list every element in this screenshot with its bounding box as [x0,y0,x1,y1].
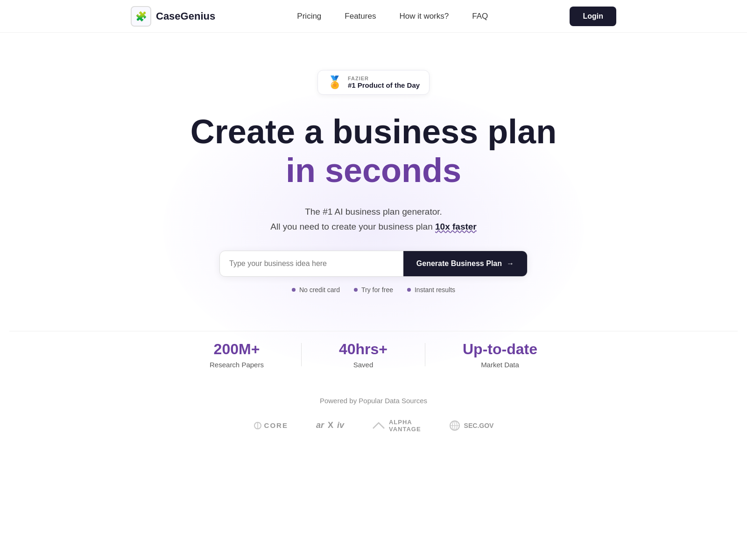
trust-badges: No credit card Try for free Instant resu… [292,286,455,294]
partner-core: CORE [254,421,288,430]
logo[interactable]: 🧩 CaseGenius [131,6,215,27]
trust-try-for-free: Try for free [354,286,393,294]
badge-title: #1 Product of the Day [348,81,420,89]
badge-medal-icon: 🏅 [327,75,342,90]
nav-link-faq[interactable]: FAQ [472,12,488,21]
logo-icon: 🧩 [131,6,151,27]
partner-alpha-vantage: ALPHAVANTAGE [372,419,421,433]
business-idea-form: Generate Business Plan → [219,251,528,277]
partner-sec-gov: SEC.GOV [449,420,494,431]
stat-saved: 40hrs+ Saved [339,341,388,369]
product-badge: 🏅 FAZIER #1 Product of the Day [317,70,430,95]
trust-dot-icon [292,288,296,292]
stat-label-market: Market Data [481,361,519,369]
stats-section: 200M+ Research Papers 40hrs+ Saved Up-to… [9,331,738,387]
powered-text: Powered by Popular Data Sources [320,397,427,405]
hero-subtext-line2: All you need to create your business pla… [270,222,477,232]
partner-logos: CORE arXiv ALPHAVANTAGE [254,419,494,433]
nav-link-features[interactable]: Features [345,12,376,21]
trust-instant-results: Instant results [407,286,455,294]
stat-number-saved: 40hrs+ [339,341,388,358]
stat-market-data: Up-to-date Market Data [463,341,537,369]
arxiv-label: ar [316,420,324,430]
stat-number-market: Up-to-date [463,341,537,358]
core-label: CORE [264,421,288,429]
hero-subtext-line1: The #1 AI business plan generator. [305,205,442,219]
business-idea-input[interactable] [220,251,403,276]
stat-divider-2 [425,343,425,366]
powered-section: Powered by Popular Data Sources CORE arX… [254,387,494,461]
nav-link-how-it-works[interactable]: How it works? [399,12,449,21]
partner-arxiv: arXiv [316,420,344,430]
hero-heading-line2: in seconds [286,150,461,190]
navbar: 🧩 CaseGenius Pricing Features How it wor… [0,0,747,33]
stats-inner: 200M+ Research Papers 40hrs+ Saved Up-to… [210,341,537,369]
stat-divider-1 [301,343,302,366]
arrow-icon: → [507,259,514,268]
arxiv-label-end: iv [337,420,344,430]
login-button[interactable]: Login [570,7,616,26]
hero-section: 🏅 FAZIER #1 Product of the Day Create a … [0,33,747,489]
badge-source: FAZIER [348,76,420,81]
nav-link-pricing[interactable]: Pricing [297,12,321,21]
logo-text: CaseGenius [156,10,215,22]
trust-dot-icon [407,288,411,292]
alpha-vantage-icon [372,422,385,429]
generate-button[interactable]: Generate Business Plan → [403,251,527,276]
stat-research-papers: 200M+ Research Papers [210,341,264,369]
stat-number-research: 200M+ [214,341,260,358]
alpha-vantage-label: ALPHAVANTAGE [389,419,421,433]
core-icon [254,421,262,430]
nav-links: Pricing Features How it works? FAQ [297,12,488,21]
trust-dot-icon [354,288,358,292]
stat-label-saved: Saved [353,361,374,369]
sec-gov-label: SEC.GOV [464,422,494,429]
sec-gov-icon [449,420,460,431]
trust-no-credit-card: No credit card [292,286,340,294]
stat-label-research: Research Papers [210,361,264,369]
hero-faster-text: 10x faster [435,222,477,231]
hero-heading-line1: Create a business plan [190,113,557,150]
badge-text: FAZIER #1 Product of the Day [348,76,420,89]
